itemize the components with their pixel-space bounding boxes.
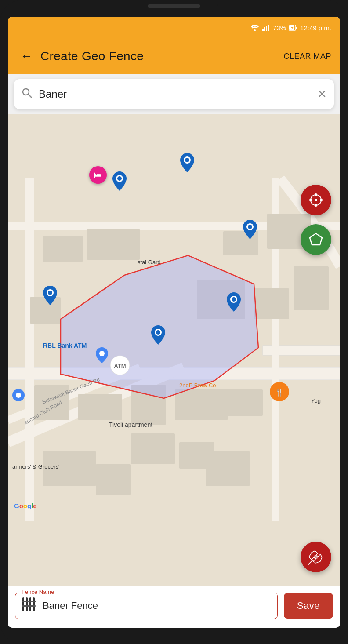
fence-form: Fence Name [8,586,340,628]
phone-screen: 73% 12:49 p.m. ← Create Geo Fence CLEAR … [8,17,340,628]
svg-text:RBL Bank ATM: RBL Bank ATM [43,342,87,349]
svg-rect-33 [96,464,131,495]
battery-icon [289,24,297,31]
svg-point-63 [16,393,21,398]
svg-rect-17 [43,236,83,262]
svg-point-60 [156,330,160,335]
svg-rect-29 [223,389,263,416]
svg-point-69 [315,199,317,201]
svg-rect-74 [26,597,28,611]
svg-rect-34 [206,451,250,486]
svg-marker-70 [310,233,322,245]
fence-icon [22,597,37,614]
search-input[interactable] [39,88,317,100]
svg-text:Tivoli apartment: Tivoli apartment [109,421,152,428]
svg-line-72 [308,560,313,565]
svg-point-61 [99,351,105,356]
geo-fence-button[interactable] [301,185,331,215]
fence-name-label: Fence Name [20,589,56,595]
map-marker-6[interactable] [151,325,165,345]
svg-line-8 [29,95,32,98]
save-button[interactable]: Save [284,593,333,619]
map-marker-2[interactable] [180,153,194,172]
fence-name-field: Fence Name [15,593,278,619]
svg-rect-2 [264,27,265,31]
satellite-button[interactable] [301,542,331,572]
svg-point-56 [48,291,52,295]
map-marker-3[interactable] [243,220,257,239]
svg-point-66 [315,204,317,207]
svg-point-54 [248,225,252,229]
svg-rect-18 [87,229,140,260]
svg-point-68 [320,199,323,201]
svg-rect-24 [294,266,329,310]
polygon-button[interactable] [301,224,331,255]
status-icons: 73% 12:49 p.m. [250,24,331,32]
time-display: 12:49 p.m. [300,24,331,32]
svg-point-58 [232,297,236,302]
map-background: Sutarwadi Baner Gaon Rd ancard Club Road… [8,114,340,586]
svg-rect-71 [314,555,318,559]
status-bar: 73% 12:49 p.m. [8,17,340,39]
battery-percent: 73% [273,24,286,32]
wifi-icon [250,24,260,31]
svg-rect-26 [78,394,122,420]
svg-text:Google: Google [14,502,37,509]
clear-map-button[interactable]: CLEAR MAP [283,52,331,61]
svg-text:ATM: ATM [114,363,126,369]
map-marker-1[interactable] [112,171,127,191]
map-marker-5[interactable] [227,292,241,312]
svg-point-67 [309,199,312,201]
svg-rect-75 [29,597,31,611]
svg-text:Yog: Yog [311,397,321,404]
hotel-marker: 🛏 [89,166,107,184]
farmers-marker [12,389,25,403]
svg-rect-30 [131,433,175,464]
svg-text:stal Gard: stal Gard [138,259,161,266]
app-bar: ← Create Geo Fence CLEAR MAP [8,39,340,74]
notch-dots [148,4,200,8]
svg-rect-4 [268,25,269,31]
svg-point-65 [315,193,317,196]
map-container[interactable]: Sutarwadi Baner Gaon Rd ancard Club Road… [8,114,340,586]
phone-frame: 73% 12:49 p.m. ← Create Geo Fence CLEAR … [0,0,348,644]
svg-rect-28 [175,389,228,420]
svg-text:armers' & Grocers': armers' & Grocers' [12,463,60,470]
svg-rect-76 [33,597,35,611]
svg-point-50 [117,176,122,181]
fence-name-input[interactable] [43,600,271,611]
page-title: Create Geo Fence [40,49,283,63]
svg-point-0 [254,29,256,31]
search-icon [21,87,33,101]
svg-rect-23 [254,288,289,319]
svg-text:🍴: 🍴 [275,388,284,397]
svg-rect-81 [22,601,36,602]
phone-notch [130,0,218,12]
svg-rect-3 [266,26,267,31]
signal-icon [262,24,270,31]
map-marker-4[interactable] [43,286,57,305]
tivoli-marker [96,347,108,365]
svg-rect-1 [262,29,264,31]
svg-rect-15 [25,178,34,521]
svg-rect-73 [22,597,24,611]
search-bar: ✕ [14,79,334,109]
search-clear-icon[interactable]: ✕ [317,87,327,101]
svg-point-52 [185,158,189,162]
svg-text:2ndP    Brew Co: 2ndP Brew Co [179,382,216,389]
svg-rect-82 [22,605,36,607]
back-button[interactable]: ← [17,46,36,67]
